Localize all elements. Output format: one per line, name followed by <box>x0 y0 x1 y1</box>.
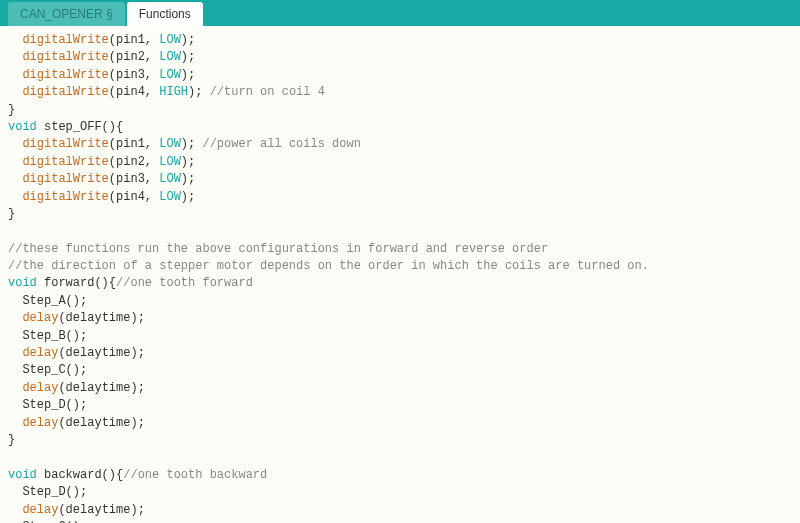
code-line: delay(delaytime); <box>8 502 792 519</box>
code-token: (delaytime); <box>58 311 144 325</box>
code-token <box>8 137 22 151</box>
code-line: delay(delaytime); <box>8 380 792 397</box>
code-token: forward(){ <box>37 276 116 290</box>
code-token: Step_C(); <box>8 363 87 377</box>
code-line: delay(delaytime); <box>8 310 792 327</box>
code-token: digitalWrite <box>22 85 108 99</box>
code-line: } <box>8 432 792 449</box>
code-line: //these functions run the above configur… <box>8 241 792 258</box>
code-token: Step_A(); <box>8 294 87 308</box>
code-token: Step_B(); <box>8 329 87 343</box>
tab-functions[interactable]: Functions <box>127 2 203 26</box>
code-token: digitalWrite <box>22 50 108 64</box>
code-token: ); <box>181 137 203 151</box>
code-token: (delaytime); <box>58 346 144 360</box>
code-token: LOW <box>159 190 181 204</box>
code-line: void step_OFF(){ <box>8 119 792 136</box>
code-token: } <box>8 103 15 117</box>
code-token: ); <box>181 190 195 204</box>
code-token: digitalWrite <box>22 190 108 204</box>
code-token <box>8 85 22 99</box>
code-token: ); <box>181 172 195 186</box>
code-token <box>8 450 15 464</box>
code-line: digitalWrite(pin1, LOW); <box>8 32 792 49</box>
code-line: } <box>8 206 792 223</box>
code-line: } <box>8 102 792 119</box>
code-token: (pin2, <box>109 155 159 169</box>
code-token <box>8 33 22 47</box>
code-token: digitalWrite <box>22 137 108 151</box>
code-token: LOW <box>159 137 181 151</box>
code-token <box>8 68 22 82</box>
code-line: delay(delaytime); <box>8 345 792 362</box>
code-token: LOW <box>159 155 181 169</box>
code-line: //the direction of a stepper motor depen… <box>8 258 792 275</box>
code-line: Step_C(); <box>8 362 792 379</box>
tab-can-opener[interactable]: CAN_OPENER § <box>8 2 125 26</box>
code-token: //one tooth forward <box>116 276 253 290</box>
code-editor[interactable]: digitalWrite(pin1, LOW); digitalWrite(pi… <box>0 26 800 523</box>
code-token: delay <box>22 381 58 395</box>
code-token: step_OFF(){ <box>37 120 123 134</box>
code-line: digitalWrite(pin4, HIGH); //turn on coil… <box>8 84 792 101</box>
code-token <box>8 190 22 204</box>
code-token <box>8 224 15 238</box>
code-token: LOW <box>159 33 181 47</box>
code-line: void forward(){//one tooth forward <box>8 275 792 292</box>
code-token: (delaytime); <box>58 381 144 395</box>
code-token: LOW <box>159 50 181 64</box>
code-token: Step_D(); <box>8 485 87 499</box>
code-token: //one tooth backward <box>123 468 267 482</box>
code-token: digitalWrite <box>22 33 108 47</box>
code-line: Step_A(); <box>8 293 792 310</box>
code-token: (delaytime); <box>58 416 144 430</box>
code-line: void backward(){//one tooth backward <box>8 467 792 484</box>
code-line: digitalWrite(pin4, LOW); <box>8 189 792 206</box>
code-token <box>8 155 22 169</box>
code-line: Step_B(); <box>8 328 792 345</box>
code-token: Step_D(); <box>8 398 87 412</box>
code-token: ); <box>181 33 195 47</box>
code-token: //these functions run the above configur… <box>8 242 548 256</box>
code-token <box>8 172 22 186</box>
code-token: } <box>8 207 15 221</box>
code-token <box>8 381 22 395</box>
code-token: delay <box>22 311 58 325</box>
code-line <box>8 223 792 240</box>
code-token <box>8 50 22 64</box>
code-token: delay <box>22 346 58 360</box>
code-token: (pin2, <box>109 50 159 64</box>
code-token: void <box>8 468 37 482</box>
code-token: ); <box>181 50 195 64</box>
code-token: (pin4, <box>109 190 159 204</box>
code-line: digitalWrite(pin3, LOW); <box>8 67 792 84</box>
code-line: digitalWrite(pin1, LOW); //power all coi… <box>8 136 792 153</box>
code-token <box>8 416 22 430</box>
code-token: (pin3, <box>109 68 159 82</box>
code-line: digitalWrite(pin2, LOW); <box>8 154 792 171</box>
code-token: (delaytime); <box>58 503 144 517</box>
code-token: (pin1, <box>109 137 159 151</box>
code-line: Step_C(); <box>8 519 792 523</box>
code-token <box>8 503 22 517</box>
code-line: digitalWrite(pin2, LOW); <box>8 49 792 66</box>
code-token: //the direction of a stepper motor depen… <box>8 259 649 273</box>
tab-bar: CAN_OPENER § Functions <box>0 0 800 26</box>
code-token: (pin1, <box>109 33 159 47</box>
code-token: (pin3, <box>109 172 159 186</box>
code-token: delay <box>22 416 58 430</box>
code-token: void <box>8 120 37 134</box>
code-line: delay(delaytime); <box>8 415 792 432</box>
code-token <box>8 346 22 360</box>
code-token: LOW <box>159 172 181 186</box>
code-line: digitalWrite(pin3, LOW); <box>8 171 792 188</box>
code-token: HIGH <box>159 85 188 99</box>
code-token: //turn on coil 4 <box>210 85 325 99</box>
code-token <box>8 311 22 325</box>
code-token: LOW <box>159 68 181 82</box>
code-token: digitalWrite <box>22 68 108 82</box>
code-token: //power all coils down <box>202 137 360 151</box>
code-token: digitalWrite <box>22 172 108 186</box>
code-token: ); <box>181 155 195 169</box>
code-token: (pin4, <box>109 85 159 99</box>
